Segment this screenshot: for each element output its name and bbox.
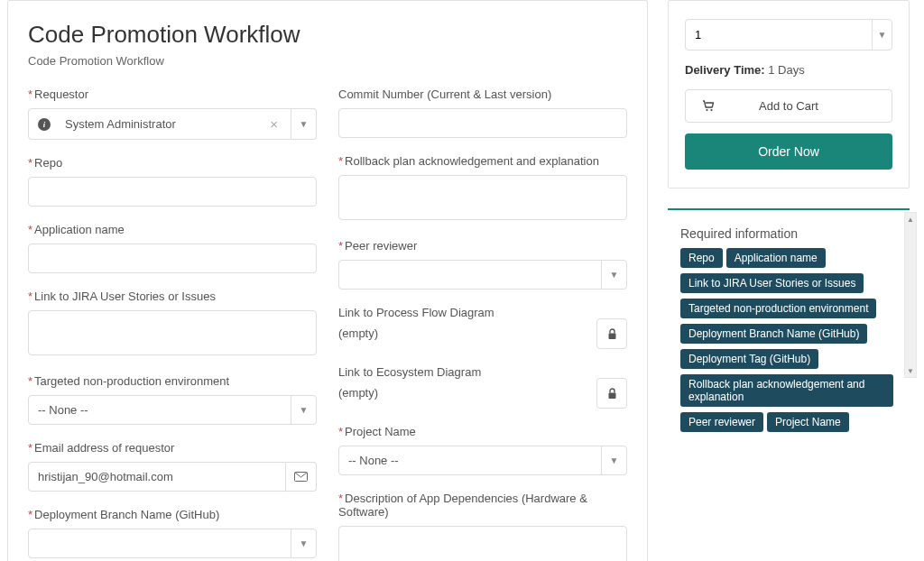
jira-link-input[interactable] bbox=[28, 310, 317, 355]
info-icon: i bbox=[38, 118, 51, 131]
required-tag[interactable]: Targeted non-production environment bbox=[680, 299, 876, 318]
requestor-clear-icon[interactable]: × bbox=[266, 116, 282, 132]
email-icon bbox=[286, 462, 317, 492]
required-tag[interactable]: Rollback plan acknowledgement and explan… bbox=[680, 374, 893, 407]
repo-label: *Repo bbox=[28, 156, 317, 170]
svg-point-4 bbox=[710, 109, 712, 111]
required-info-panel: Required information RepoApplication nam… bbox=[668, 208, 910, 380]
scroll-up-icon[interactable]: ▲ bbox=[905, 213, 916, 225]
peer-select[interactable] bbox=[338, 260, 627, 290]
project-select[interactable] bbox=[338, 446, 627, 475]
required-info-title: Required information bbox=[680, 226, 897, 241]
quantity-input[interactable] bbox=[685, 19, 892, 51]
commit-input[interactable] bbox=[338, 108, 627, 138]
required-tag[interactable]: Link to JIRA User Stories or Issues bbox=[680, 273, 864, 293]
main-form-panel: Code Promotion Workflow Code Promotion W… bbox=[7, 0, 648, 561]
email-label: *Email address of requestor bbox=[28, 441, 317, 455]
required-tag[interactable]: Repo bbox=[680, 248, 723, 268]
delivery-time: Delivery Time: 1 Days bbox=[685, 63, 892, 77]
email-input[interactable] bbox=[28, 462, 286, 492]
cart-icon bbox=[702, 100, 716, 112]
svg-rect-1 bbox=[608, 333, 615, 339]
repo-input[interactable] bbox=[28, 177, 317, 207]
project-label: *Project Name bbox=[338, 425, 627, 438]
page-title: Code Promotion Workflow bbox=[28, 21, 627, 49]
process-flow-label: Link to Process Flow Diagram bbox=[338, 306, 596, 319]
dependencies-input[interactable] bbox=[338, 526, 627, 561]
dependencies-label: *Description of App Dependencies (Hardwa… bbox=[338, 492, 627, 519]
branch-label: *Deployment Branch Name (GitHub) bbox=[28, 508, 317, 521]
requestor-combobox[interactable]: i System Administrator × bbox=[28, 108, 291, 140]
rollback-label: *Rollback plan acknowledgement and expla… bbox=[338, 154, 627, 168]
required-tag[interactable]: Application name bbox=[726, 248, 826, 268]
ecosystem-lock-button[interactable] bbox=[596, 378, 627, 409]
add-to-cart-button[interactable]: Add to Cart bbox=[685, 89, 892, 123]
target-env-select[interactable] bbox=[28, 395, 317, 425]
cart-panel: ▼ Delivery Time: 1 Days Add to Cart Orde… bbox=[668, 0, 910, 189]
process-flow-lock-button[interactable] bbox=[596, 318, 627, 349]
required-tag[interactable]: Deployment Branch Name (GitHub) bbox=[680, 324, 867, 344]
jira-link-label: *Link to JIRA User Stories or Issues bbox=[28, 290, 317, 303]
scrollbar[interactable]: ▲ ▼ bbox=[904, 212, 917, 378]
application-name-input[interactable] bbox=[28, 244, 317, 273]
required-tag[interactable]: Project Name bbox=[767, 412, 849, 432]
lock-icon bbox=[607, 388, 617, 400]
rollback-input[interactable] bbox=[338, 175, 627, 220]
requestor-dropdown-toggle[interactable]: ▼ bbox=[291, 108, 317, 140]
required-tag[interactable]: Peer reviewer bbox=[680, 412, 763, 432]
svg-rect-2 bbox=[608, 392, 615, 399]
peer-label: *Peer reviewer bbox=[338, 239, 627, 253]
requestor-label: *Requestor bbox=[28, 87, 317, 101]
ecosystem-label: Link to Ecosystem Diagram bbox=[338, 365, 596, 379]
order-now-button[interactable]: Order Now bbox=[685, 133, 892, 170]
required-tag[interactable]: Deployment Tag (GitHub) bbox=[680, 349, 818, 369]
target-env-label: *Targeted non-production environment bbox=[28, 374, 317, 388]
process-flow-value: (empty) bbox=[338, 326, 596, 340]
commit-label: Commit Number (Current & Last version) bbox=[338, 87, 627, 101]
branch-select[interactable] bbox=[28, 529, 317, 558]
scroll-down-icon[interactable]: ▼ bbox=[905, 364, 916, 377]
application-name-label: *Application name bbox=[28, 223, 317, 236]
page-subtitle: Code Promotion Workflow bbox=[28, 54, 627, 68]
svg-point-3 bbox=[706, 109, 707, 111]
ecosystem-value: (empty) bbox=[338, 386, 596, 400]
lock-icon bbox=[607, 328, 617, 340]
